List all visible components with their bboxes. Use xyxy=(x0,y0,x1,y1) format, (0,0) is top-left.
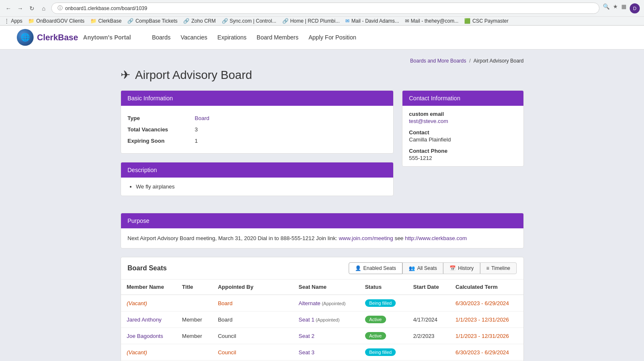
bookmark-mail-thehey[interactable]: ✉ Mail - thehey@com... xyxy=(405,18,459,24)
content-layout: Basic Information Type Board Total Vacan… xyxy=(121,90,524,204)
status-badge: Active xyxy=(365,332,386,340)
cell-seat-name: Alternate (Appointed) xyxy=(293,295,359,311)
basic-info-card: Basic Information Type Board Total Vacan… xyxy=(121,90,394,154)
breadcrumb-current: Airport Advisory Board xyxy=(473,58,523,64)
purpose-link2[interactable]: http://www.clerkbase.com xyxy=(405,235,467,241)
type-label: Type xyxy=(128,115,195,121)
url-text: onboard1.clerkbase.com/board/1039 xyxy=(65,5,593,11)
bookmark-rcd[interactable]: 🔗 Home | RCD Plumbi... xyxy=(282,18,340,24)
col-member-name: Member Name xyxy=(121,280,176,295)
calendar-icon: 📅 xyxy=(449,265,456,271)
apps-grid-icon: ⋮ xyxy=(4,18,9,24)
tab-all-seats[interactable]: 👥 All Seats xyxy=(402,262,443,274)
board-seats-tabs: 👤 Enabled Seats 👥 All Seats 📅 History ≡ … xyxy=(349,262,517,274)
tab-timeline-label: Timeline xyxy=(492,265,510,271)
address-bar[interactable]: ⓘ onboard1.clerkbase.com/board/1039 xyxy=(51,3,599,14)
browser-toolbar: ← → ↻ ⌂ ⓘ onboard1.clerkbase.com/board/1… xyxy=(0,0,644,16)
col-seat-name: Seat Name xyxy=(293,280,359,295)
tab-enabled-seats-label: Enabled Seats xyxy=(363,265,396,271)
nav-boards[interactable]: Boards xyxy=(152,32,171,42)
logo-area: 🌐 ClerkBase Anytown's Portal xyxy=(17,29,131,46)
seat-name-link[interactable]: Seat 3 xyxy=(299,349,315,356)
contact-phone-value: 555-1212 xyxy=(409,155,517,161)
bookmark-compbase[interactable]: 🔗 CompBase Tickets xyxy=(127,18,177,24)
home-button[interactable]: ⌂ xyxy=(39,4,48,13)
seats-table-head: Member Name Title Appointed By Seat Name… xyxy=(121,280,523,295)
bookmark-onboardgov[interactable]: 📁 OnBoardGOV Clients xyxy=(28,18,84,24)
cell-start-date xyxy=(407,295,450,311)
person-icon: 👤 xyxy=(355,265,361,271)
purpose-link1[interactable]: www.join.com/meeting xyxy=(339,235,393,241)
logo-text: ClerkBase xyxy=(37,33,78,42)
nav-expirations[interactable]: Expirations xyxy=(218,32,247,42)
cell-status: Being filled xyxy=(359,344,407,361)
logo-globe-icon: 🌐 xyxy=(17,29,34,46)
cell-title: Member xyxy=(176,311,212,328)
member-name-link[interactable]: (Vacant) xyxy=(127,300,147,306)
tab-history[interactable]: 📅 History xyxy=(443,262,480,274)
main-column: Basic Information Type Board Total Vacan… xyxy=(121,90,394,204)
browser-chrome: ← → ↻ ⌂ ⓘ onboard1.clerkbase.com/board/1… xyxy=(0,0,644,26)
cell-start-date xyxy=(407,344,450,361)
info-row-type: Type Board xyxy=(128,112,386,124)
bookmark-apps[interactable]: ⋮ Apps xyxy=(4,18,22,24)
info-row-vacancies: Total Vacancies 3 xyxy=(128,124,386,135)
back-button[interactable]: ← xyxy=(4,4,13,13)
nav-vacancies[interactable]: Vacancies xyxy=(181,32,208,42)
reload-button[interactable]: ↻ xyxy=(28,4,36,13)
csc-icon: 🟩 xyxy=(464,18,471,24)
bookmark-sync-label: Sync.com | Control... xyxy=(230,18,276,24)
description-card: Description We fly airplanes xyxy=(121,162,394,196)
seats-table-header-row: Member Name Title Appointed By Seat Name… xyxy=(121,280,523,295)
cell-title xyxy=(176,344,212,361)
seat-name-link[interactable]: Seat 2 xyxy=(299,333,315,339)
cell-calculated-term: 6/30/2023 - 6/29/2024 xyxy=(449,295,523,311)
cell-start-date: 4/17/2024 xyxy=(407,311,450,328)
tab-timeline[interactable]: ≡ Timeline xyxy=(480,262,517,274)
seat-name-link[interactable]: Alternate xyxy=(299,300,321,306)
timeline-icon: ≡ xyxy=(486,265,489,271)
custom-email-link[interactable]: test@steve.com xyxy=(409,118,448,124)
cell-calculated-term: 1/1/2023 - 12/31/2026 xyxy=(449,311,523,328)
cell-appointed-by: Council xyxy=(212,344,293,361)
status-badge: Active xyxy=(365,316,386,323)
breadcrumb-parent[interactable]: Boards and More Boards xyxy=(410,58,466,64)
cell-title xyxy=(176,295,212,311)
col-appointed-by: Appointed By xyxy=(212,280,293,295)
bookmark-clerkbase[interactable]: 📁 ClerkBase xyxy=(90,18,121,24)
forward-button[interactable]: → xyxy=(16,4,24,13)
appointed-by-link[interactable]: Board xyxy=(218,317,233,323)
bookmark-mail-david[interactable]: ✉ Mail - David Adams... xyxy=(345,18,399,24)
cell-calculated-term: 6/30/2023 - 6/29/2024 xyxy=(449,344,523,361)
bookmark-star-icon[interactable]: ★ xyxy=(613,3,618,13)
cell-member-name: Jared Anthony xyxy=(121,311,176,328)
tab-enabled-seats[interactable]: 👤 Enabled Seats xyxy=(349,262,402,274)
member-name-link[interactable]: Joe Bagodonts xyxy=(127,333,163,339)
search-icon[interactable]: 🔍 xyxy=(603,3,610,13)
bookmark-mail-david-label: Mail - David Adams... xyxy=(351,18,399,24)
basic-info-body: Type Board Total Vacancies 3 Expiring So… xyxy=(121,106,393,153)
bookmark-sync[interactable]: 🔗 Sync.com | Control... xyxy=(222,18,276,24)
nav-board-members[interactable]: Board Members xyxy=(257,32,299,42)
cell-seat-name: Seat 3 xyxy=(293,344,359,361)
basic-info-table: Type Board Total Vacancies 3 Expiring So… xyxy=(128,112,386,146)
contact-info-body: custom email test@steve.com Contact Cami… xyxy=(402,106,523,166)
contact-person-label: Contact xyxy=(409,129,517,136)
profile-icon[interactable]: D xyxy=(630,3,640,13)
bookmark-clerkbase-label: ClerkBase xyxy=(98,18,121,24)
folder-icon: 📁 xyxy=(28,18,34,24)
bookmark-mail-thehey-label: Mail - thehey@com... xyxy=(411,18,459,24)
member-name-link[interactable]: Jared Anthony xyxy=(127,317,162,323)
nav-apply[interactable]: Apply For Position xyxy=(308,32,356,42)
bookmark-zoho[interactable]: 🔗 Zoho CRM xyxy=(183,18,216,24)
vacancies-value: 3 xyxy=(195,126,198,133)
cell-seat-name: Seat 1 (Appointed) xyxy=(293,311,359,328)
appointed-by-link[interactable]: Council xyxy=(218,333,236,339)
appointed-by-link[interactable]: Council xyxy=(218,349,236,356)
appointed-by-link[interactable]: Board xyxy=(218,300,233,306)
browser-action-icons: 🔍 ★ ▦ D xyxy=(603,3,640,13)
bookmark-csc[interactable]: 🟩 CSC Paymaster xyxy=(464,18,508,24)
member-name-link[interactable]: (Vacant) xyxy=(127,349,147,356)
extensions-icon[interactable]: ▦ xyxy=(621,3,626,13)
seat-name-link[interactable]: Seat 1 xyxy=(299,317,315,323)
